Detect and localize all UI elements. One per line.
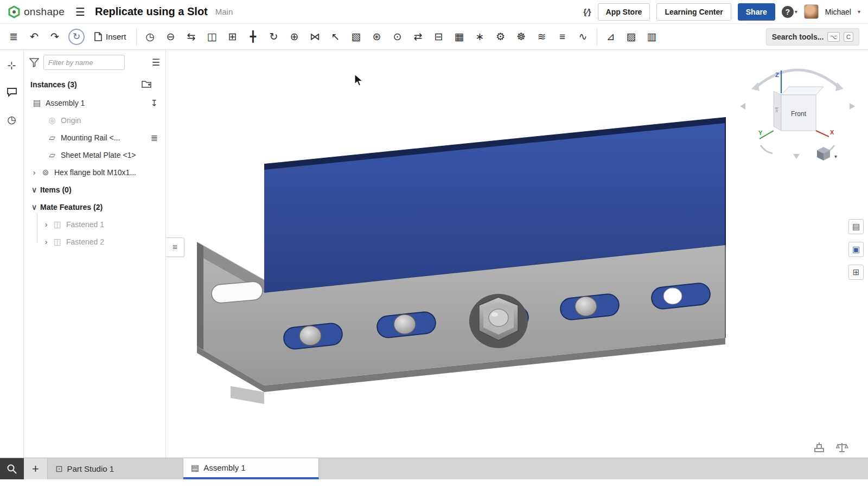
gear-train-icon[interactable]: ☸ [511, 27, 532, 47]
magnifier-icon [7, 464, 17, 474]
search-tools-box[interactable]: Search tools... ⌥ C [766, 28, 859, 46]
spline-path-icon[interactable]: ∿ [573, 27, 593, 47]
toolbar-divider [136, 29, 137, 45]
named-views-icon[interactable]: ◷ [140, 27, 161, 47]
fastened-2-label: Fastened 2 [66, 237, 104, 246]
workspace-name[interactable]: Main [215, 7, 233, 16]
origin-icon: ◎ [47, 115, 58, 125]
rack-relation-icon[interactable]: ≋ [532, 27, 552, 47]
insert-to-assembly-icon[interactable]: ↧ [151, 98, 158, 108]
collapse-chevron-icon[interactable]: ∨ [30, 185, 38, 194]
search-graphics-button[interactable] [0, 458, 24, 479]
filter-input[interactable] [43, 55, 125, 70]
print-3d-icon[interactable] [813, 441, 826, 453]
cylindrical-mate-icon[interactable]: ⊖ [161, 27, 181, 47]
learning-center-button[interactable]: Learning Center [656, 3, 731, 21]
tab-part-studio-1[interactable]: ⊡ Part Studio 1 [48, 458, 183, 479]
hex-flange-bolt-part[interactable] [469, 294, 528, 348]
redo-icon[interactable]: ↷ [44, 27, 65, 47]
view-cube-top-face[interactable] [781, 87, 824, 95]
appearance-icon[interactable]: ∗ [470, 27, 490, 47]
view-cube[interactable]: Front left Z Y X [740, 70, 855, 159]
user-name[interactable]: Michael [825, 8, 851, 16]
hamburger-menu-icon[interactable]: ☰ [75, 5, 85, 18]
width-mate-icon[interactable]: ⋈ [305, 27, 326, 47]
mate-connector-icon[interactable]: ⊹ [4, 57, 20, 73]
tree-row-fastened-1[interactable]: › ◫ Fastened 1 [24, 216, 165, 233]
transfer-instance-icon[interactable]: ⇄ [408, 27, 429, 47]
panel-collapse-handle[interactable]: ≡ [166, 237, 184, 257]
part-studio-icon: ⊡ [55, 464, 62, 474]
arrange-icon[interactable]: ≡ [552, 27, 573, 47]
app-store-button[interactable]: App Store [598, 3, 650, 21]
assembly-3d-viewport[interactable]: Front left Z Y X ▾ [166, 50, 868, 458]
origin-label: Origin [61, 116, 81, 125]
shortcut-alt-key: ⌥ [827, 32, 840, 42]
flat-pattern-panel-icon[interactable]: ⊞ [848, 265, 864, 280]
insert-derived-icon[interactable]: ⊙ [387, 27, 408, 47]
api-code-icon[interactable]: {∕} [583, 7, 591, 16]
insert-label: Insert [106, 32, 126, 41]
onshape-logo[interactable]: onshape [8, 5, 65, 18]
in-context-icon[interactable]: ≣ [151, 133, 158, 143]
filter-funnel-icon[interactable] [29, 58, 39, 67]
translate-xy-icon[interactable]: ⊞ [222, 27, 243, 47]
help-icon[interactable]: ? [782, 6, 794, 18]
collapse-chevron-icon[interactable]: ∨ [30, 203, 38, 211]
expand-chevron-icon[interactable]: › [42, 237, 50, 246]
model-tree-panel-icon[interactable]: ▤ [848, 219, 864, 234]
left-icon-rail: ⊹ ◷ [0, 50, 24, 458]
sheet-metal-plate-label: Sheet Metal Plate <1> [61, 151, 136, 159]
items-header[interactable]: ∨ Items (0) [24, 181, 165, 198]
share-button[interactable]: Share [738, 3, 775, 21]
comments-icon[interactable] [4, 85, 20, 100]
gear-relation-icon[interactable]: ⚙ [490, 27, 511, 47]
insert-button[interactable]: Insert [88, 29, 133, 44]
tree-row-hex-bolt[interactable]: › ⊚ Hex flange bolt M10x1... [24, 164, 165, 181]
copy-instance-icon[interactable]: ⊟ [429, 27, 449, 47]
features-list-icon[interactable]: ≣ [3, 27, 24, 47]
scale-balance-icon[interactable] [835, 441, 848, 453]
draft-check-icon[interactable]: ▨ [621, 27, 642, 47]
search-tools-label: Search tools... [772, 33, 824, 41]
mate-features-header[interactable]: ∨ Mate Features (2) [24, 198, 165, 216]
update-sync-icon[interactable]: ↻ [68, 29, 85, 45]
tree-row-sheet-metal-plate[interactable]: ▱ Sheet Metal Plate <1> [24, 146, 165, 164]
part-studio-tab-label: Part Studio 1 [67, 464, 114, 473]
expand-chevron-icon[interactable]: › [42, 220, 50, 229]
appearance-panel-icon[interactable]: ▣ [848, 242, 864, 257]
planar-mate-icon[interactable]: ◫ [202, 27, 222, 47]
user-avatar[interactable] [804, 4, 819, 19]
snap-mode-icon[interactable]: ↖ [326, 27, 346, 47]
free-drag-icon[interactable]: ╋ [243, 27, 264, 47]
assembly-tab-label: Assembly 1 [203, 463, 246, 472]
undo-icon[interactable]: ↶ [24, 27, 44, 47]
view-down-arrow-icon[interactable] [793, 154, 800, 159]
isolate-icon[interactable]: ⊿ [601, 27, 621, 47]
history-icon[interactable]: ◷ [4, 112, 20, 127]
named-positions-icon[interactable]: ▧ [346, 27, 367, 47]
replicate-icon[interactable]: ⊛ [367, 27, 387, 47]
svg-text:X: X [830, 129, 834, 136]
expand-chevron-icon[interactable]: › [30, 168, 38, 177]
view-right-arrow-icon[interactable] [850, 103, 855, 110]
revolute-mate-icon[interactable]: ⇆ [181, 27, 202, 47]
triad-move-icon[interactable]: ⊕ [284, 27, 305, 47]
new-folder-icon[interactable] [142, 80, 151, 89]
rotate-tool-icon[interactable]: ↻ [264, 27, 284, 47]
tree-row-fastened-2[interactable]: › ◫ Fastened 2 [24, 233, 165, 251]
tree-row-mounting-rail[interactable]: ▱ Mounting Rail <... ≣ [24, 129, 165, 146]
help-menu[interactable]: ? ▾ [782, 6, 797, 18]
user-caret-icon: ▾ [858, 9, 860, 15]
bom-icon[interactable]: ▥ [642, 27, 662, 47]
tree-row-origin[interactable]: ◎ Origin [24, 112, 165, 129]
tree-row-assembly[interactable]: ▤ Assembly 1 ↧ [24, 94, 165, 112]
svg-text:Z: Z [775, 72, 779, 78]
view-left-arrow-icon[interactable] [740, 103, 745, 110]
display-mode-dropdown[interactable]: ▾ [817, 147, 837, 160]
linear-pattern-icon[interactable]: ▦ [449, 27, 470, 47]
list-view-icon[interactable]: ☰ [152, 57, 160, 68]
new-tab-button[interactable]: + [24, 458, 48, 479]
tab-assembly-1[interactable]: ▤ Assembly 1 [183, 458, 319, 479]
svg-text:Y: Y [758, 130, 763, 136]
